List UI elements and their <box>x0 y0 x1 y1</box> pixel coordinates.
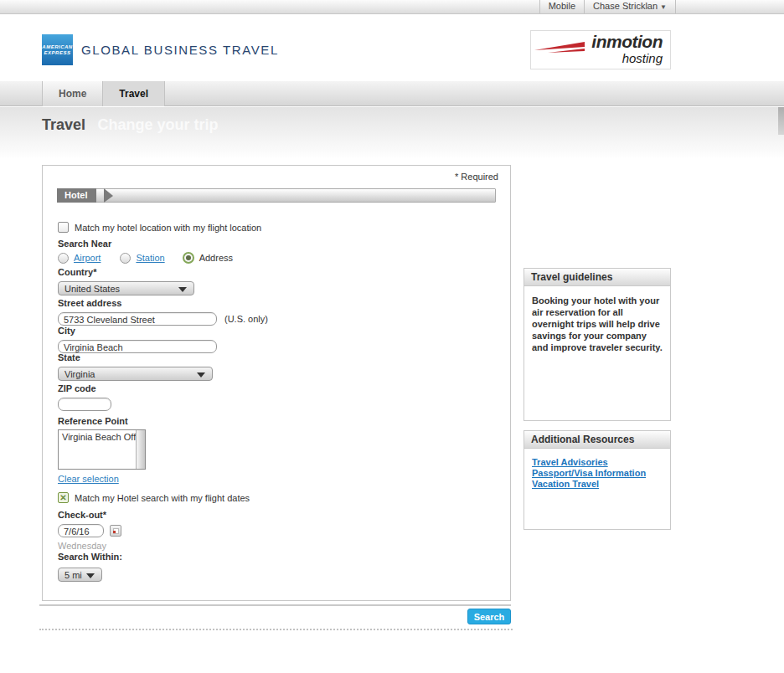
address-label: Address <box>199 253 233 263</box>
radio-airport[interactable] <box>58 253 69 264</box>
partner-name: inmotion <box>591 33 663 51</box>
travel-guidelines-title: Travel guidelines <box>524 269 670 286</box>
page-title: Travel <box>42 116 85 133</box>
user-menu-label: Chase Stricklan <box>593 1 658 11</box>
header: AMERICAN EXPRESS GLOBAL BUSINESS TRAVEL … <box>0 14 784 81</box>
reference-point-label: Reference Point <box>58 416 146 426</box>
us-only-note: (U.S. only) <box>224 314 268 324</box>
checkout-day-hint: Wednesday <box>58 541 121 551</box>
hotel-section-bar: Hotel <box>57 188 496 203</box>
inmotion-hosting-logo: inmotion hosting <box>530 30 671 69</box>
swoosh-icon <box>534 40 585 57</box>
street-label: Street address <box>58 298 268 308</box>
dotted-separator <box>39 629 513 630</box>
vacation-travel-link[interactable]: Vacation Travel <box>532 479 663 489</box>
street-input[interactable]: 5733 Cleveland Street <box>58 312 217 326</box>
city-field: City Virginia Beach <box>58 326 217 353</box>
search-within-select[interactable]: 5 mi <box>58 568 102 582</box>
search-button[interactable]: Search <box>467 609 511 624</box>
travel-advisories-link[interactable]: Travel Advisories <box>532 457 663 467</box>
checkmark-icon: ✕ <box>59 494 66 502</box>
match-location-label: Match my hotel location with my flight l… <box>75 223 261 233</box>
checkout-date-input[interactable]: 7/6/16 <box>58 524 104 537</box>
calendar-icon[interactable] <box>110 525 121 537</box>
country-value: United States <box>64 284 120 294</box>
tabs: Home Travel <box>42 81 165 106</box>
match-location-checkbox[interactable] <box>58 222 69 233</box>
country-field: Country* United States <box>58 267 194 295</box>
hotel-search-form: * Required Hotel Match my hotel location… <box>42 165 511 601</box>
airport-link[interactable]: Airport <box>74 253 101 263</box>
brand-wordmark: GLOBAL BUSINESS TRAVEL <box>81 43 279 57</box>
hotel-section-tab[interactable]: Hotel <box>57 188 96 203</box>
amex-logo-line2: EXPRESS <box>44 50 71 56</box>
match-dates-row: ✕ Match my Hotel search with my flight d… <box>58 492 250 503</box>
page-title-row: Travel Change your trip <box>42 116 219 134</box>
partner-wordmark: inmotion hosting <box>591 33 663 65</box>
form-footer-divider <box>39 604 511 606</box>
additional-resources-box: Additional Resources Travel Advisories P… <box>524 430 671 530</box>
additional-resources-links: Travel Advisories Passport/Visa Informat… <box>524 449 670 498</box>
country-label: Country* <box>58 267 194 277</box>
select-arrow-icon <box>178 287 187 292</box>
state-label: State <box>58 352 213 362</box>
search-within-value: 5 mi <box>64 570 82 580</box>
station-link[interactable]: Station <box>136 253 164 263</box>
travel-guidelines-body: Booking your hotel with your air reserva… <box>524 286 670 362</box>
reference-point-field: Reference Point Virginia Beach Office Cl… <box>58 416 146 484</box>
search-within-label: Search Within: <box>58 552 122 562</box>
search-near-group: Search Near Airport Station Address <box>58 239 233 264</box>
travel-guidelines-box: Travel guidelines Booking your hotel wit… <box>524 268 671 421</box>
user-menu-button[interactable]: Chase Stricklan▼ <box>584 0 676 13</box>
passport-visa-link[interactable]: Passport/Visa Information <box>532 468 663 478</box>
zip-field: ZIP code <box>58 383 111 411</box>
city-label: City <box>58 326 217 336</box>
city-input[interactable]: Virginia Beach <box>58 340 217 353</box>
country-select[interactable]: United States <box>58 281 194 295</box>
radio-dot <box>186 255 191 260</box>
checkout-field: Check-out* 7/6/16 Wednesday <box>58 510 121 551</box>
select-arrow-icon <box>197 372 205 378</box>
required-asterisk: * <box>93 267 96 277</box>
chevron-down-icon: ▼ <box>660 3 667 11</box>
tab-travel[interactable]: Travel <box>103 81 165 106</box>
topbar-items: Mobile Chase Stricklan▼ <box>539 0 676 13</box>
zip-input[interactable] <box>58 398 111 411</box>
match-location-row: Match my hotel location with my flight l… <box>58 222 261 233</box>
hotel-tab-arrow-icon <box>104 188 113 203</box>
partner-sub: hosting <box>591 52 663 65</box>
select-arrow-icon <box>86 573 95 578</box>
state-select[interactable]: Virginia <box>58 367 213 381</box>
checkout-label: Check-out* <box>58 510 121 520</box>
top-utility-bar: Mobile Chase Stricklan▼ <box>0 0 784 14</box>
calendar-mark <box>113 531 116 533</box>
listbox-scrollbar[interactable] <box>136 430 145 469</box>
search-near-label: Search Near <box>58 239 233 249</box>
search-within-field: Search Within: 5 mi <box>58 552 122 582</box>
page-ghost-subtitle: Change your trip <box>98 116 219 133</box>
street-field: Street address 5733 Cleveland Street (U.… <box>58 298 268 326</box>
nav-tab-bar: Home Travel <box>0 81 784 106</box>
required-asterisk: * <box>103 510 106 520</box>
reference-point-listbox[interactable]: Virginia Beach Office <box>58 429 146 470</box>
amex-logo-line1: AMERICAN <box>42 44 72 50</box>
required-note: * Required <box>455 172 498 182</box>
page-edge-shadow <box>778 107 784 135</box>
reference-point-option[interactable]: Virginia Beach Office <box>59 430 145 444</box>
search-near-options: Airport Station Address <box>58 252 233 264</box>
state-value: Virginia <box>64 369 95 379</box>
mobile-button[interactable]: Mobile <box>539 0 584 13</box>
additional-resources-title: Additional Resources <box>524 431 670 449</box>
zip-label: ZIP code <box>58 383 111 393</box>
match-dates-label: Match my Hotel search with my flight dat… <box>75 493 250 503</box>
amex-logo: AMERICAN EXPRESS <box>42 34 73 65</box>
clear-selection-link[interactable]: Clear selection <box>58 474 146 484</box>
radio-station[interactable] <box>120 253 131 264</box>
radio-address[interactable] <box>183 252 194 264</box>
state-field: State Virginia <box>58 352 213 381</box>
tab-home[interactable]: Home <box>42 81 103 106</box>
match-dates-checkbox[interactable]: ✕ <box>58 492 69 503</box>
